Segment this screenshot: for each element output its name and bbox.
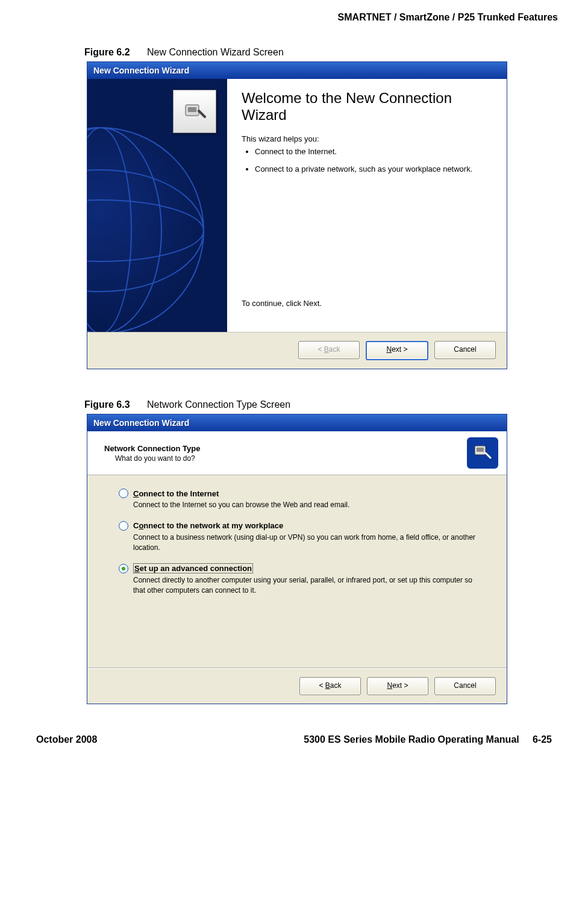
- continue-hint: To continue, click Next.: [242, 299, 492, 308]
- next-button[interactable]: Next >: [366, 341, 428, 360]
- button-row: < Back Next > Cancel: [87, 333, 507, 369]
- figure-title: Network Connection Type Screen: [147, 399, 290, 410]
- network-plug-icon: [173, 90, 216, 133]
- step-title: Network Connection Type: [104, 444, 467, 453]
- page-footer: October 2008 5300 ES Series Mobile Radio…: [30, 734, 558, 745]
- cancel-button[interactable]: Cancel: [434, 341, 496, 359]
- wizard-heading: Welcome to the New Connection Wizard: [242, 90, 492, 123]
- footer-date: October 2008: [36, 734, 97, 745]
- option-advanced-connection[interactable]: Set up an advanced connection Connect di…: [119, 563, 483, 596]
- wizard-sidebar-graphic: [87, 79, 227, 332]
- svg-rect-3: [477, 448, 484, 452]
- footer-page-number: 6-25: [533, 734, 552, 745]
- back-button[interactable]: < Back: [299, 677, 361, 695]
- wizard-body: Welcome to the New Connection Wizard Thi…: [87, 79, 507, 333]
- button-row: < Back Next > Cancel: [87, 669, 507, 704]
- option-description: Connect to a business network (using dia…: [133, 532, 483, 553]
- option-description: Connect to the Internet so you can brows…: [133, 500, 483, 510]
- network-plug-icon: [467, 437, 498, 469]
- bullet-connect-private: Connect to a private network, such as yo…: [255, 164, 492, 173]
- next-button[interactable]: Next >: [367, 677, 428, 695]
- figure-6-3-caption: Figure 6.3 Network Connection Type Scree…: [84, 399, 558, 410]
- figure-title: New Connection Wizard Screen: [147, 47, 284, 57]
- titlebar: New Connection Wizard: [87, 414, 507, 431]
- option-description: Connect directly to another computer usi…: [133, 575, 483, 596]
- page-header: SMARTNET / SmartZone / P25 Trunked Featu…: [30, 12, 558, 23]
- titlebar: New Connection Wizard: [87, 62, 507, 79]
- wizard-dialog-connection-type: New Connection Wizard Network Connection…: [87, 414, 507, 704]
- radio-icon[interactable]: [119, 521, 128, 531]
- bullet-connect-internet: Connect to the Internet.: [255, 147, 492, 156]
- svg-rect-1: [188, 107, 196, 112]
- option-connect-internet[interactable]: Connect to the Internet Connect to the I…: [119, 489, 483, 510]
- wizard-options-panel: Connect to the Internet Connect to the I…: [87, 475, 507, 668]
- back-button: < Back: [298, 341, 360, 359]
- option-connect-workplace[interactable]: Connect to the network at my workplace C…: [119, 521, 483, 553]
- figure-6-2-caption: Figure 6.2 New Connection Wizard Screen: [84, 47, 558, 58]
- wizard-intro-text: This wizard helps you:: [242, 134, 492, 143]
- cancel-button[interactable]: Cancel: [434, 677, 496, 695]
- figure-number: Figure 6.3: [84, 399, 130, 410]
- radio-icon[interactable]: [119, 489, 128, 498]
- step-subtitle: What do you want to do?: [115, 454, 467, 463]
- wizard-step-header: Network Connection Type What do you want…: [87, 431, 507, 475]
- wizard-content: Welcome to the New Connection Wizard Thi…: [227, 79, 507, 332]
- wizard-dialog-welcome: New Connection Wizard: [87, 61, 507, 369]
- radio-icon[interactable]: [119, 564, 128, 573]
- figure-number: Figure 6.2: [84, 47, 130, 57]
- footer-manual-title: 5300 ES Series Mobile Radio Operating Ma…: [304, 734, 519, 745]
